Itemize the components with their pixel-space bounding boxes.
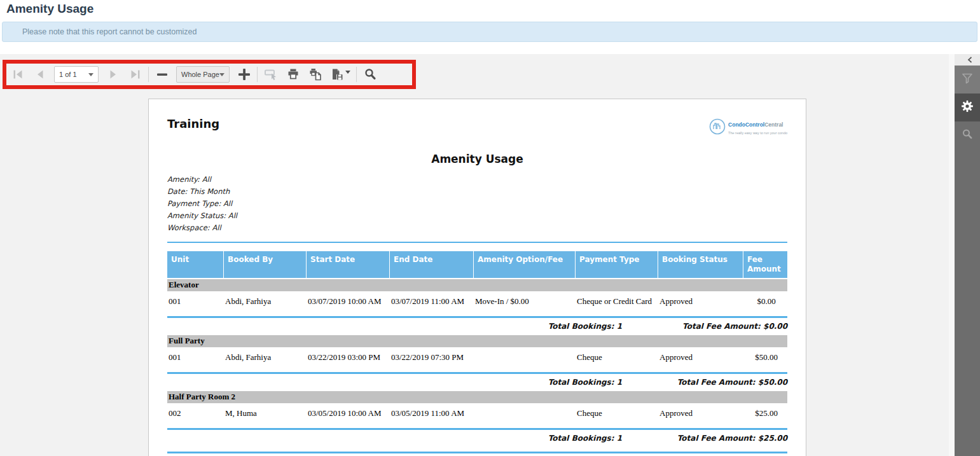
next-page-button[interactable] xyxy=(102,65,124,84)
brand-tagline: The really easy way to run your condo xyxy=(728,131,787,135)
search-icon xyxy=(961,128,974,143)
chevron-left-icon xyxy=(967,54,972,66)
print-icon xyxy=(286,67,300,81)
toolbar-separator xyxy=(356,67,357,82)
chevron-down-icon xyxy=(219,73,224,76)
table-cell: 03/22/2019 03:00 PM xyxy=(307,352,390,366)
column-header: Fee Amount xyxy=(743,251,788,278)
highlight-editing-fields-button[interactable] xyxy=(259,65,282,84)
table-row: 001Abdi, Farhiya03/22/2019 03:00 PM03/22… xyxy=(167,347,787,366)
toolbar-separator xyxy=(148,67,149,82)
report-filters: Amenity: AllDate: This MonthPayment Type… xyxy=(167,174,787,234)
report-viewer: 1 of 1 Whole Page xyxy=(0,54,980,456)
table-cell: 03/07/2019 11:00 AM xyxy=(390,296,474,310)
report-title: Amenity Usage xyxy=(167,153,787,165)
table-cell: M, Huma xyxy=(224,408,307,422)
table-cell: Cheque or Credit Card xyxy=(576,296,658,310)
previous-page-button[interactable] xyxy=(29,65,51,84)
previous-page-icon xyxy=(34,68,46,81)
zoom-out-icon xyxy=(155,67,169,81)
page-selector-value: 1 of 1 xyxy=(59,71,77,78)
filter-line: Amenity: All xyxy=(167,174,787,186)
chevron-down-icon xyxy=(345,71,350,74)
table-cell: 001 xyxy=(167,296,224,310)
app-window: Amenity Usage Please note that this repo… xyxy=(0,0,980,456)
table-cell: 03/22/2019 07:30 PM xyxy=(390,352,474,366)
table-cell: Cheque xyxy=(576,352,658,366)
export-to-icon xyxy=(330,67,344,81)
tab-search[interactable] xyxy=(955,121,980,149)
divider xyxy=(167,452,787,453)
gear-icon xyxy=(961,100,974,115)
table-cell: Cheque xyxy=(576,408,658,422)
last-page-button[interactable] xyxy=(124,65,146,84)
total-bookings: Total Bookings: 1 xyxy=(167,322,622,334)
total-bookings: Total Bookings: 1 xyxy=(167,434,622,446)
divider xyxy=(167,428,787,430)
tab-export-options-settings[interactable] xyxy=(955,93,980,121)
table-row: 001Abdi, Farhiya03/07/2019 10:00 AM03/07… xyxy=(167,291,787,310)
divider xyxy=(167,316,787,318)
table-cell: Approved xyxy=(658,352,743,366)
toolbar-separator xyxy=(257,67,258,82)
total-fee-amount: Total Fee Amount: $0.00 xyxy=(622,322,787,334)
table-cell: 001 xyxy=(167,352,224,366)
first-page-button[interactable] xyxy=(6,65,29,84)
zoom-in-icon xyxy=(237,67,252,82)
print-page-button[interactable] xyxy=(304,65,326,84)
zoom-in-button[interactable] xyxy=(233,65,255,84)
brand-text: CondoControlCentral The really easy way … xyxy=(728,120,787,136)
scrollbar-track[interactable] xyxy=(949,54,955,456)
filter-line: Workspace: All xyxy=(167,222,787,234)
search-icon xyxy=(363,67,377,81)
viewer-toolbar: 1 of 1 Whole Page xyxy=(6,60,381,89)
group-totals-row: Total Bookings: 1Total Fee Amount: $25.0… xyxy=(167,434,787,446)
table-cell: $25.00 xyxy=(743,408,788,422)
table-cell xyxy=(474,408,576,422)
divider xyxy=(167,372,787,374)
table-cell: Abdi, Farhiya xyxy=(224,352,307,366)
search-button[interactable] xyxy=(359,65,381,84)
table-cell: Approved xyxy=(658,408,743,422)
viewer-side-panel xyxy=(955,66,980,456)
export-to-button[interactable] xyxy=(326,65,354,84)
highlight-editing-fields-icon xyxy=(264,67,278,81)
collapse-panel-button[interactable] xyxy=(955,54,980,66)
table-cell: 03/05/2019 11:00 AM xyxy=(390,408,474,422)
page-selector[interactable]: 1 of 1 xyxy=(54,66,99,83)
zoom-out-button[interactable] xyxy=(151,65,173,84)
table-cell: 002 xyxy=(167,408,224,422)
column-header: Booked By xyxy=(224,251,307,278)
filter-line: Date: This Month xyxy=(167,186,787,198)
table-cell: Move-In / $0.00 xyxy=(474,296,576,310)
last-page-icon xyxy=(129,68,142,81)
logo-icon xyxy=(709,118,726,137)
table-cell xyxy=(474,352,576,366)
next-page-icon xyxy=(107,68,120,81)
print-button[interactable] xyxy=(282,65,304,84)
group-header-row: Half Party Room 2 xyxy=(167,391,787,403)
column-header: End Date xyxy=(390,251,474,278)
table-cell: Approved xyxy=(658,296,743,310)
table-cell: Abdi, Farhiya xyxy=(224,296,307,310)
tab-parameters-filter[interactable] xyxy=(955,66,980,93)
group-totals-row: Total Bookings: 1Total Fee Amount: $50.0… xyxy=(167,378,787,390)
divider xyxy=(167,242,787,243)
table-cell: 03/07/2019 10:00 AM xyxy=(307,296,390,310)
first-page-icon xyxy=(11,68,24,81)
zoom-selector[interactable]: Whole Page xyxy=(176,66,230,83)
column-header: Amenity Option/Fee xyxy=(474,251,576,278)
table-cell: $50.00 xyxy=(743,352,788,366)
chevron-down-icon xyxy=(88,73,93,76)
filter-line: Amenity Status: All xyxy=(167,210,787,222)
total-fee-amount: Total Fee Amount: $25.00 xyxy=(622,434,787,446)
report-table-body: Elevator001Abdi, Farhiya03/07/2019 10:00… xyxy=(167,279,787,456)
info-banner-text: Please note that this report cannot be c… xyxy=(22,27,197,36)
page-title: Amenity Usage xyxy=(6,2,93,16)
table-row: 002M, Huma03/05/2019 10:00 AM03/05/2019 … xyxy=(167,403,787,422)
filter-line: Payment Type: All xyxy=(167,198,787,210)
group-header-row: Full Party xyxy=(167,335,787,347)
total-fee-amount: Total Fee Amount: $50.00 xyxy=(622,378,787,390)
group-totals-row: Total Bookings: 1Total Fee Amount: $0.00 xyxy=(167,322,787,334)
column-header: Unit xyxy=(167,251,224,278)
